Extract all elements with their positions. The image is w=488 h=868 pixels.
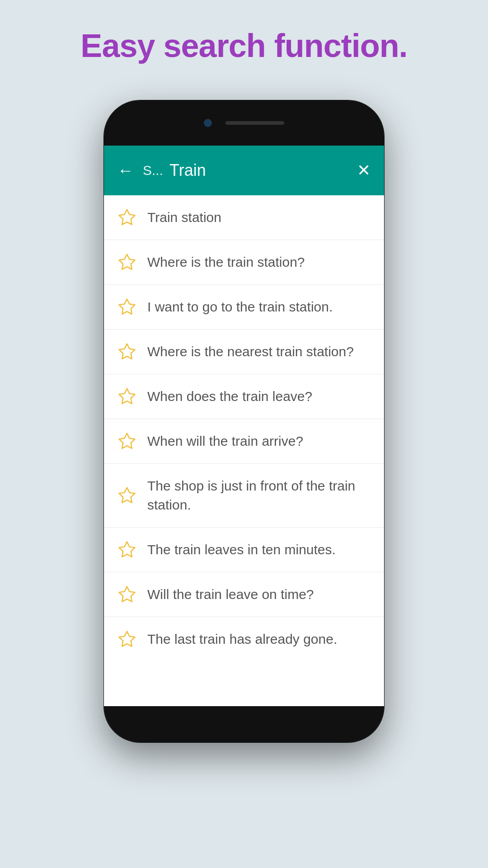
phrase-text: The train leaves in ten minutes. (147, 540, 336, 559)
phrase-text: I want to go to the train station. (147, 297, 333, 316)
star-icon[interactable] (117, 432, 136, 451)
list-item[interactable]: The shop is just in front of the train s… (104, 464, 384, 528)
list-item[interactable]: When will the train arrive? (104, 419, 384, 464)
phrase-text: When will the train arrive? (147, 432, 303, 451)
star-icon[interactable] (117, 387, 136, 406)
svg-marker-6 (119, 488, 135, 503)
svg-marker-1 (119, 255, 135, 269)
list-item[interactable]: The last train has already gone. (104, 617, 384, 661)
back-button[interactable]: ← (117, 161, 134, 180)
phrase-text: Where is the train station? (147, 253, 305, 272)
svg-marker-5 (119, 434, 135, 448)
svg-marker-0 (119, 210, 135, 225)
search-query-label: Train (169, 161, 357, 180)
svg-marker-8 (119, 587, 135, 602)
svg-marker-2 (119, 299, 135, 314)
phone-top-bar (104, 100, 384, 146)
list-item[interactable]: I want to go to the train station. (104, 285, 384, 330)
list-item[interactable]: Train station (104, 195, 384, 240)
phone-bottom-bar (104, 706, 384, 742)
phrase-text: The shop is just in front of the train s… (147, 476, 371, 514)
star-icon[interactable] (117, 585, 136, 604)
breadcrumb-label: S... (143, 163, 163, 178)
list-item[interactable]: Where is the train station? (104, 240, 384, 285)
close-button[interactable]: ✕ (357, 161, 371, 180)
phrase-text: Will the train leave on time? (147, 585, 314, 604)
star-icon[interactable] (117, 208, 136, 227)
phone-mockup: ← S... Train ✕ Train station Where is th… (104, 100, 384, 742)
app-header: ← S... Train ✕ (104, 146, 384, 195)
phrase-list: Train station Where is the train station… (104, 195, 384, 706)
phrase-text: Where is the nearest train station? (147, 342, 354, 361)
list-item[interactable]: The train leaves in ten minutes. (104, 528, 384, 572)
phrase-text: The last train has already gone. (147, 630, 337, 649)
svg-marker-9 (119, 632, 135, 646)
star-icon[interactable] (117, 342, 136, 361)
phrase-text: When does the train leave? (147, 387, 312, 406)
star-icon[interactable] (117, 486, 136, 505)
list-item[interactable]: When does the train leave? (104, 374, 384, 419)
list-item[interactable]: Where is the nearest train station? (104, 330, 384, 374)
star-icon[interactable] (117, 253, 136, 272)
star-icon[interactable] (117, 297, 136, 316)
page-title: Easy search function. (80, 27, 407, 64)
speaker-bar (225, 121, 284, 125)
svg-marker-4 (119, 389, 135, 404)
star-icon[interactable] (117, 540, 136, 559)
phone-screen: ← S... Train ✕ Train station Where is th… (104, 146, 384, 706)
list-item[interactable]: Will the train leave on time? (104, 572, 384, 617)
svg-marker-7 (119, 542, 135, 557)
svg-marker-3 (119, 344, 135, 359)
phrase-text: Train station (147, 208, 221, 227)
star-icon[interactable] (117, 630, 136, 649)
camera-dot (204, 119, 212, 127)
